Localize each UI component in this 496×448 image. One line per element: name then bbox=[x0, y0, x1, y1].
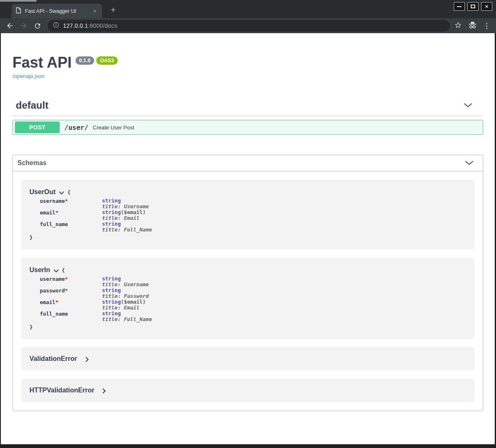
close-button[interactable]: × bbox=[481, 2, 492, 11]
swagger-page: Fast API 0.1.0 OAS3 /openapi.json defaul… bbox=[0, 33, 496, 444]
titlebar: Fast API - Swagger UI × + × bbox=[0, 0, 496, 18]
api-title: Fast API bbox=[12, 54, 72, 71]
property-definition: string($email)title: Email bbox=[102, 209, 146, 221]
url-bar[interactable]: 127.0.0.1:8000/docs bbox=[48, 20, 450, 32]
url-path: :8000/docs bbox=[88, 22, 117, 29]
url-text: 127.0.0.1:8000/docs bbox=[63, 22, 117, 29]
property-title: title: Full_Name bbox=[102, 227, 152, 233]
property-definition: stringtitle: Username bbox=[102, 276, 149, 287]
property-name: email* bbox=[40, 209, 102, 221]
tag-name: default bbox=[16, 100, 49, 111]
back-button[interactable] bbox=[5, 21, 15, 31]
property-name: username* bbox=[40, 198, 102, 209]
page-favicon-icon bbox=[16, 7, 21, 15]
property-title: title: Full_Name bbox=[102, 317, 152, 322]
schemas-header[interactable]: Schemas bbox=[13, 155, 483, 171]
property-type: string bbox=[102, 311, 152, 317]
property-type: string bbox=[102, 276, 149, 282]
property-row: username*stringtitle: Username bbox=[40, 198, 466, 209]
property-name: username* bbox=[40, 276, 102, 287]
api-info-section: Fast API 0.1.0 OAS3 /openapi.json bbox=[12, 54, 483, 80]
schemas-title: Schemas bbox=[17, 159, 46, 167]
open-brace: { bbox=[62, 267, 65, 273]
required-star: * bbox=[65, 287, 68, 294]
property-format: ($email) bbox=[121, 209, 146, 215]
property-type: string bbox=[102, 287, 149, 293]
operation-post-user[interactable]: POST /user/ Create User Post bbox=[12, 120, 483, 135]
close-brace: } bbox=[29, 324, 33, 330]
close-brace: } bbox=[29, 234, 33, 241]
tab-close-icon[interactable]: × bbox=[92, 8, 98, 15]
schemas-section: Schemas UserOut{username*stringtitle: Us… bbox=[12, 155, 483, 411]
property-type: string bbox=[102, 198, 149, 204]
schema-model-validationerror: ValidationError bbox=[21, 347, 474, 370]
reload-button[interactable] bbox=[32, 21, 42, 31]
required-star: * bbox=[56, 299, 59, 305]
property-row: full_namestringtitle: Full_Name bbox=[40, 221, 466, 233]
schema-model-userout: UserOut{username*stringtitle: Usernameem… bbox=[21, 180, 474, 249]
required-star: * bbox=[65, 276, 68, 282]
model-head: UserOut{ bbox=[29, 188, 466, 196]
browser-tab[interactable]: Fast API - Swagger UI × bbox=[12, 4, 102, 18]
property-title: title: Email bbox=[102, 215, 146, 221]
browser-chrome: Fast API - Swagger UI × + × 127.0.0.1:80… bbox=[0, 0, 496, 33]
model-title[interactable]: UserIn bbox=[29, 266, 50, 274]
property-definition: stringtitle: Full_Name bbox=[102, 221, 152, 233]
property-format: ($email) bbox=[121, 299, 146, 305]
property-name: password* bbox=[40, 287, 102, 299]
minimize-icon bbox=[457, 6, 462, 7]
maximize-button[interactable] bbox=[467, 2, 479, 11]
property-definition: string($email)title: Email bbox=[102, 299, 146, 311]
property-definition: stringtitle: Password bbox=[102, 287, 149, 299]
property-row: username*stringtitle: Username bbox=[40, 276, 466, 287]
required-star: * bbox=[65, 198, 68, 204]
property-definition: stringtitle: Full_Name bbox=[102, 311, 152, 322]
model-title[interactable]: HTTPValidationError bbox=[29, 387, 94, 394]
post-method-button[interactable]: POST bbox=[15, 122, 60, 133]
required-star: * bbox=[56, 209, 59, 216]
tag-section-default: default POST /user/ Create User Post bbox=[12, 100, 483, 135]
window-bottom-border bbox=[0, 444, 496, 448]
schema-model-httpvalidationerror: HTTPValidationError bbox=[21, 379, 474, 402]
schemas-body: UserOut{username*stringtitle: Usernameem… bbox=[13, 171, 483, 411]
chevron-down-icon[interactable] bbox=[59, 189, 64, 196]
property-name: full_name bbox=[40, 311, 102, 322]
openapi-spec-link[interactable]: /openapi.json bbox=[12, 73, 44, 79]
property-name: email* bbox=[40, 299, 102, 311]
property-title: title: Username bbox=[102, 204, 149, 209]
minimize-button[interactable] bbox=[454, 2, 465, 11]
property-row: email*string($email)title: Email bbox=[40, 209, 466, 221]
oas3-badge: OAS3 bbox=[96, 56, 117, 65]
property-type: string($email) bbox=[102, 299, 146, 305]
window-controls: × bbox=[454, 2, 492, 11]
incognito-icon bbox=[468, 21, 477, 31]
site-info-icon[interactable] bbox=[53, 22, 59, 30]
model-title[interactable]: ValidationError bbox=[29, 355, 77, 363]
chevron-right-icon[interactable] bbox=[102, 388, 106, 394]
chevron-down-icon[interactable] bbox=[53, 267, 59, 274]
property-row: full_namestringtitle: Full_Name bbox=[40, 311, 466, 322]
model-properties: username*stringtitle: Usernamepassword*s… bbox=[40, 276, 466, 322]
url-host: 127.0.0.1 bbox=[63, 22, 88, 29]
bookmark-star-icon[interactable] bbox=[454, 21, 462, 31]
property-type: string bbox=[102, 221, 152, 227]
property-title: title: Username bbox=[102, 282, 149, 287]
version-badge: 0.1.0 bbox=[75, 56, 95, 65]
property-title: title: Password bbox=[102, 293, 149, 299]
chevron-down-icon[interactable] bbox=[465, 159, 474, 167]
maximize-icon bbox=[471, 5, 475, 8]
property-title: title: Email bbox=[102, 305, 146, 311]
model-title[interactable]: UserOut bbox=[29, 188, 56, 196]
forward-button[interactable] bbox=[19, 21, 29, 31]
new-tab-button[interactable]: + bbox=[108, 5, 119, 16]
property-name: full_name bbox=[40, 221, 102, 233]
model-properties: username*stringtitle: Usernameemail*stri… bbox=[40, 198, 466, 233]
tag-header[interactable]: default bbox=[12, 100, 483, 116]
chevron-right-icon[interactable] bbox=[85, 357, 89, 362]
menu-icon[interactable]: ⋮ bbox=[483, 22, 490, 30]
operation-path: /user/ bbox=[64, 124, 88, 131]
tab-title: Fast API - Swagger UI bbox=[25, 8, 90, 14]
model-head: UserIn{ bbox=[29, 266, 466, 274]
chevron-down-icon[interactable] bbox=[464, 102, 472, 109]
schema-model-userin: UserIn{username*stringtitle: Usernamepas… bbox=[21, 258, 474, 339]
